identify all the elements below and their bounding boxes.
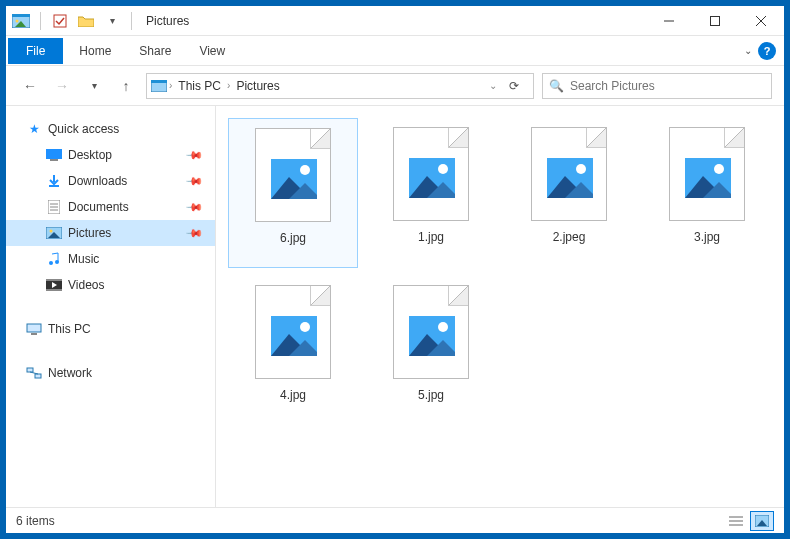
address-dropdown-icon[interactable]: ⌄ <box>489 80 497 91</box>
expand-ribbon-icon[interactable]: ⌄ <box>744 45 752 56</box>
image-file-icon <box>409 158 455 198</box>
ribbon: File Home Share View ⌄ ? <box>6 36 784 66</box>
breadcrumb-pictures[interactable]: Pictures <box>232 79 283 93</box>
address-bar[interactable]: › This PC › Pictures ⌄ ⟳ <box>146 73 534 99</box>
image-file-icon <box>271 316 317 356</box>
svg-point-19 <box>50 230 53 233</box>
up-button[interactable]: ↑ <box>114 74 138 98</box>
qat-properties-icon[interactable] <box>49 10 71 32</box>
sidebar-quick-access[interactable]: ★ Quick access <box>6 116 215 142</box>
details-view-button[interactable] <box>724 511 748 531</box>
tab-view[interactable]: View <box>185 36 239 66</box>
search-icon: 🔍 <box>549 79 564 93</box>
svg-point-21 <box>49 261 53 265</box>
forward-button[interactable]: → <box>50 74 74 98</box>
pin-icon: 📌 <box>184 197 203 216</box>
navigation-bar: ← → ▾ ↑ › This PC › Pictures ⌄ ⟳ 🔍 <box>6 66 784 106</box>
svg-rect-24 <box>46 279 62 281</box>
documents-icon <box>46 199 62 215</box>
file-item[interactable]: 3.jpg <box>642 118 772 268</box>
file-tab[interactable]: File <box>8 38 63 64</box>
svg-rect-30 <box>35 374 41 378</box>
sidebar-item-music[interactable]: Music <box>6 246 215 272</box>
svg-rect-6 <box>711 16 720 25</box>
refresh-button[interactable]: ⟳ <box>499 79 529 93</box>
svg-line-31 <box>30 372 38 374</box>
file-thumbnail <box>662 124 752 224</box>
breadcrumb-this-pc[interactable]: This PC <box>174 79 225 93</box>
qat-customize-icon[interactable]: ▾ <box>101 10 123 32</box>
back-button[interactable]: ← <box>18 74 42 98</box>
item-count: 6 items <box>16 514 55 528</box>
file-name-label: 2.jpeg <box>553 230 586 244</box>
status-bar: 6 items <box>6 507 784 533</box>
file-item[interactable]: 1.jpg <box>366 118 496 268</box>
pin-icon: 📌 <box>184 171 203 190</box>
sidebar-item-label: Pictures <box>68 226 111 240</box>
maximize-button[interactable] <box>692 6 738 36</box>
svg-rect-27 <box>27 324 41 332</box>
computer-icon <box>26 321 42 337</box>
separator <box>40 12 41 30</box>
search-box[interactable]: 🔍 <box>542 73 772 99</box>
sidebar-item-documents[interactable]: Documents📌 <box>6 194 215 220</box>
sidebar-item-videos[interactable]: Videos <box>6 272 215 298</box>
thumbnails-view-button[interactable] <box>750 511 774 531</box>
svg-point-49 <box>300 322 310 332</box>
close-button[interactable] <box>738 6 784 36</box>
tab-share[interactable]: Share <box>125 36 185 66</box>
window-title: Pictures <box>146 14 189 28</box>
sidebar-item-label: Quick access <box>48 122 119 136</box>
file-name-label: 1.jpg <box>418 230 444 244</box>
qat-folder-icon[interactable] <box>75 10 97 32</box>
sidebar-item-label: Videos <box>68 278 104 292</box>
star-icon: ★ <box>26 121 42 137</box>
svg-point-22 <box>55 260 59 264</box>
file-thumbnail <box>524 124 614 224</box>
help-icon[interactable]: ? <box>758 42 776 60</box>
file-item[interactable]: 5.jpg <box>366 276 496 426</box>
separator <box>131 12 132 30</box>
svg-point-45 <box>714 164 724 174</box>
image-file-icon <box>685 158 731 198</box>
tab-home[interactable]: Home <box>65 36 125 66</box>
file-item[interactable]: 6.jpg <box>228 118 358 268</box>
breadcrumb-sep-icon[interactable]: › <box>227 80 230 91</box>
svg-point-37 <box>438 164 448 174</box>
image-file-icon <box>547 158 593 198</box>
file-name-label: 3.jpg <box>694 230 720 244</box>
location-icon <box>151 78 167 94</box>
pin-icon: 📌 <box>184 223 203 242</box>
file-thumbnail <box>248 125 338 225</box>
breadcrumb-sep-icon[interactable]: › <box>169 80 172 91</box>
file-thumbnail <box>248 282 338 382</box>
sidebar-network[interactable]: Network <box>6 360 215 386</box>
svg-rect-29 <box>27 368 33 372</box>
sidebar-item-desktop[interactable]: Desktop📌 <box>6 142 215 168</box>
music-icon <box>46 251 62 267</box>
file-name-label: 6.jpg <box>280 231 306 245</box>
file-item[interactable]: 4.jpg <box>228 276 358 426</box>
sidebar-item-downloads[interactable]: Downloads📌 <box>6 168 215 194</box>
file-item[interactable]: 2.jpeg <box>504 118 634 268</box>
sidebar-item-label: Music <box>68 252 99 266</box>
downloads-icon <box>46 173 62 189</box>
minimize-button[interactable] <box>646 6 692 36</box>
svg-point-41 <box>576 164 586 174</box>
title-bar: ▾ Pictures <box>6 6 784 36</box>
svg-rect-11 <box>46 149 62 159</box>
pictures-icon <box>46 225 62 241</box>
videos-icon <box>46 277 62 293</box>
sidebar-this-pc[interactable]: This PC <box>6 316 215 342</box>
file-name-label: 5.jpg <box>418 388 444 402</box>
sidebar-item-label: Desktop <box>68 148 112 162</box>
network-icon <box>26 365 42 381</box>
search-input[interactable] <box>570 79 765 93</box>
sidebar-item-pictures[interactable]: Pictures📌 <box>6 220 215 246</box>
app-icon <box>10 10 32 32</box>
svg-point-2 <box>16 19 19 22</box>
recent-locations-button[interactable]: ▾ <box>82 74 106 98</box>
svg-point-33 <box>300 165 310 175</box>
files-pane[interactable]: 6.jpg1.jpg2.jpeg3.jpg4.jpg5.jpg <box>216 106 784 507</box>
file-thumbnail <box>386 282 476 382</box>
